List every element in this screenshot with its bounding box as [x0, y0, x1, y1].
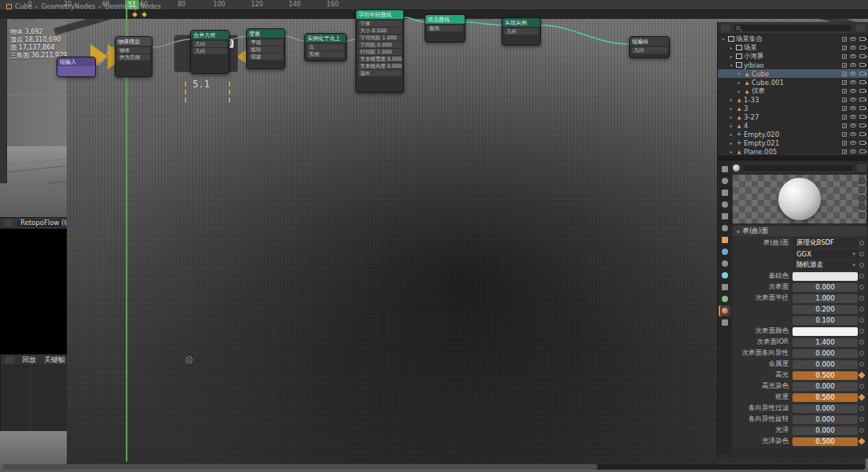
selectable-checkbox-icon[interactable] — [842, 72, 847, 76]
animate-decorator-icon[interactable] — [858, 384, 865, 389]
surface-panel-header[interactable]: 表(曲)面 — [733, 226, 866, 236]
animate-decorator-icon[interactable] — [858, 252, 865, 256]
animate-decorator-icon[interactable] — [858, 406, 865, 411]
disclosure-caret[interactable]: ▸ — [728, 97, 734, 102]
property-field[interactable]: 0.000 — [793, 426, 858, 435]
hide-viewport-icon[interactable] — [850, 54, 856, 58]
animate-decorator-icon[interactable] — [858, 274, 865, 278]
disable-render-icon[interactable] — [859, 106, 866, 110]
selectable-checkbox-icon[interactable] — [842, 46, 847, 50]
selectable-checkbox-icon[interactable] — [842, 115, 847, 120]
outliner-search-input[interactable] — [733, 24, 853, 32]
tab-particles[interactable] — [719, 258, 730, 269]
disable-render-icon[interactable] — [859, 46, 866, 50]
outliner-item[interactable]: ▸ Plane.005 — [718, 147, 868, 156]
property-field[interactable]: 0.000 — [793, 349, 858, 358]
outliner-item[interactable]: ▸ Empty.020 — [718, 130, 868, 138]
property-field[interactable]: 0.200 — [793, 305, 858, 314]
selectable-checkbox-icon[interactable] — [842, 106, 847, 111]
editor-type-dropdown[interactable] — [720, 24, 730, 32]
disclosure-caret[interactable]: ▸ — [728, 149, 734, 154]
hide-viewport-icon[interactable] — [850, 115, 856, 119]
outliner-item[interactable]: ▸ Cube.001 — [718, 78, 868, 87]
outliner-item[interactable]: ▸ 小海豚 — [718, 52, 868, 61]
disclosure-caret[interactable]: ▾ — [728, 62, 734, 68]
tab-scene[interactable] — [719, 211, 730, 222]
property-field[interactable]: 0.000 — [793, 415, 858, 424]
outliner-item[interactable]: ▾ 场景集合 — [718, 35, 868, 43]
outliner-item[interactable]: ▸ Empty.021 — [718, 138, 868, 147]
property-field[interactable]: 0.000 — [793, 382, 858, 391]
hide-viewport-icon[interactable] — [850, 149, 856, 153]
selectable-checkbox-icon[interactable] — [842, 37, 847, 42]
animate-decorator-icon[interactable] — [858, 439, 865, 444]
hide-viewport-icon[interactable] — [850, 46, 856, 50]
animate-decorator-icon[interactable] — [858, 318, 865, 323]
animate-decorator-icon[interactable] — [858, 395, 865, 400]
tab-modifiers[interactable] — [719, 246, 730, 257]
animate-decorator-icon[interactable] — [858, 263, 865, 267]
browse-material-icon[interactable] — [856, 164, 866, 172]
property-field[interactable] — [793, 272, 858, 281]
animate-decorator-icon[interactable] — [858, 362, 865, 367]
tab-render[interactable] — [719, 175, 730, 186]
property-field[interactable]: 0.000 — [793, 283, 858, 292]
outliner-item[interactable]: ▸ 场景 — [718, 43, 868, 52]
animate-decorator-icon[interactable] — [858, 241, 865, 245]
tab-world[interactable] — [719, 223, 730, 234]
disclosure-caret[interactable]: ▸ — [736, 79, 742, 85]
disable-render-icon[interactable] — [859, 80, 866, 84]
selectable-checkbox-icon[interactable] — [842, 132, 847, 137]
tab-tool[interactable] — [719, 164, 730, 175]
disable-render-icon[interactable] — [859, 54, 866, 58]
tab-physics[interactable] — [719, 270, 730, 281]
hide-viewport-icon[interactable] — [850, 106, 856, 110]
disclosure-caret[interactable]: ▸ — [728, 123, 734, 128]
property-field[interactable]: 0.500 — [793, 437, 858, 446]
animate-decorator-icon[interactable] — [858, 329, 865, 334]
hide-viewport-icon[interactable] — [850, 98, 856, 101]
preview-cloth-icon[interactable] — [859, 212, 865, 219]
selectable-checkbox-icon[interactable] — [842, 63, 847, 68]
selectable-checkbox-icon[interactable] — [842, 124, 847, 128]
animate-decorator-icon[interactable] — [858, 296, 865, 301]
hide-viewport-icon[interactable] — [850, 72, 856, 76]
property-field[interactable]: 原理化BSDF — [793, 239, 858, 248]
selectable-checkbox-icon[interactable] — [842, 80, 847, 85]
property-field[interactable]: 随机游走 — [793, 261, 858, 270]
disable-render-icon[interactable] — [859, 149, 866, 153]
disclosure-caret[interactable]: ▸ — [728, 114, 734, 120]
disclosure-caret[interactable]: ▾ — [736, 71, 742, 76]
selectable-checkbox-icon[interactable] — [842, 149, 847, 154]
preview-hair-icon[interactable] — [859, 204, 865, 210]
property-field[interactable]: 0.100 — [793, 316, 858, 325]
disable-render-icon[interactable] — [859, 63, 866, 67]
disable-render-icon[interactable] — [859, 132, 866, 136]
tab-object[interactable] — [719, 234, 730, 245]
disable-render-icon[interactable] — [859, 72, 866, 76]
animate-decorator-icon[interactable] — [858, 307, 865, 312]
disable-render-icon[interactable] — [859, 124, 866, 127]
property-field[interactable]: 0.500 — [793, 371, 858, 380]
outliner-item[interactable]: ▸ 1-33 — [718, 95, 868, 104]
disclosure-caret[interactable]: ▸ — [728, 140, 734, 146]
tab-texture[interactable] — [719, 317, 730, 328]
outliner-item[interactable]: ▾ yibiao — [718, 61, 868, 69]
tab-material[interactable] — [719, 305, 730, 316]
preview-cube-icon[interactable] — [859, 195, 865, 201]
tab-constraints[interactable] — [719, 282, 730, 293]
tab-output[interactable] — [719, 187, 730, 198]
property-field[interactable]: 1.000 — [793, 294, 858, 303]
tab-view-layer[interactable] — [719, 199, 730, 210]
disable-render-icon[interactable] — [859, 37, 866, 41]
hide-viewport-icon[interactable] — [850, 89, 856, 93]
property-field[interactable]: 1.400 — [793, 338, 858, 347]
property-field[interactable] — [793, 327, 858, 336]
disclosure-caret[interactable]: ▸ — [728, 131, 734, 137]
selectable-checkbox-icon[interactable] — [842, 141, 847, 146]
property-field[interactable]: 0.000 — [793, 360, 858, 369]
hide-viewport-icon[interactable] — [850, 141, 856, 145]
material-name-field[interactable] — [742, 164, 854, 172]
selectable-checkbox-icon[interactable] — [842, 98, 847, 102]
animate-decorator-icon[interactable] — [858, 373, 865, 378]
